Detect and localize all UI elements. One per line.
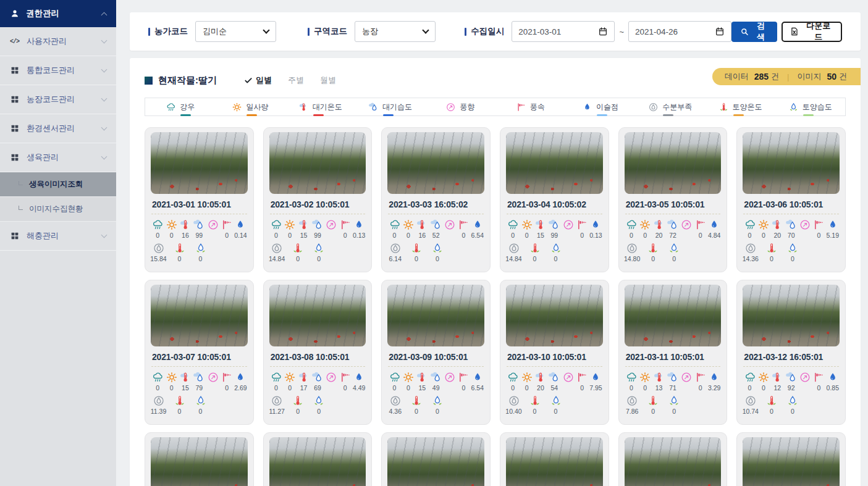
image-card[interactable]: 2021-03-11 10:05:0100137103.297.8600 [618,280,728,425]
metric-value: 0 [288,232,292,240]
metric-value: 0 [170,232,174,240]
date-to-input[interactable]: 2021-04-26 [628,21,731,42]
sidebar-item-growth-mgmt[interactable]: 생육관리 [0,143,116,172]
sun-icon [166,371,178,383]
calendar-icon[interactable] [598,27,608,36]
tab-daily[interactable]: 일별 [244,75,272,86]
sidebar-item-env-sensor-mgmt[interactable]: 환경센서관리 [0,114,116,143]
airhumid-icon [548,371,560,383]
image-card[interactable]: 2021-03-12 16:05:0100129200.8510.7400 [736,280,846,425]
date-from-value: 2021-03-01 [518,27,561,36]
greenhouse-photo[interactable] [387,285,484,346]
metric-dew: 2.69 [234,371,247,392]
sidebar-item-user-mgmt[interactable]: </> 사용자관리 [0,27,116,56]
metric-airtemp: 20 [534,371,547,392]
image-card[interactable]: 2021-03-06 10:05:0100207005.1914.3600 [736,127,846,272]
soilmoist-icon [788,102,799,112]
image-card[interactable]: 2021-03-14 10:05:01 [263,432,373,486]
sidebar-item-label: 환경센서관리 [27,123,75,134]
card-divider [270,366,366,367]
metric-value: 0 [770,255,773,263]
image-card[interactable]: 2021-03-04 10:05:0200159900.1314.8400 [500,127,609,272]
calendar-icon[interactable] [715,27,725,36]
date-from-input[interactable]: 2021-03-01 [512,21,615,42]
soilmoist-icon [668,395,680,407]
image-card[interactable]: 2021-03-09 10:05:0100154906.544.3600 [381,280,491,425]
metric-value: 5.19 [827,232,839,240]
metric-winddir [562,219,575,240]
search-button[interactable]: 검색 [731,22,777,42]
sidebar-item-farm-code-mgmt[interactable]: 농장코드관리 [0,85,116,114]
tab-monthly[interactable]: 월별 [320,75,336,86]
sidebar-item-permission-mgmt[interactable]: 권한관리 [0,0,116,27]
greenhouse-photo[interactable] [387,132,484,194]
metric-rain: 0 [151,371,164,392]
image-card[interactable]: 2021-03-13 10:05:01 [145,432,254,486]
greenhouse-photo[interactable] [506,285,603,346]
image-card[interactable]: 2021-03-02 10:05:0100159900.1314.8400 [263,127,373,272]
metric-windspd: 0 [812,371,825,392]
image-card[interactable]: 2021-03-10 10:05:0100205407.9510.4000 [500,280,609,425]
metric-airhumid: 79 [192,371,206,392]
metric-soiltemp: 0 [408,395,424,416]
legend-underline [733,114,744,116]
metric-value: 14.80 [624,255,640,263]
metric-value: 0 [630,232,633,240]
image-card[interactable]: 2021-03-07 10:05:0100157902.6911.3900 [145,280,254,425]
card-divider [507,366,602,367]
metric-value: 0 [630,384,633,392]
chevron-down-icon [101,67,107,73]
greenhouse-photo[interactable] [151,132,248,194]
metric-value: 0 [672,408,676,416]
greenhouse-photo[interactable] [506,437,603,486]
greenhouse-photo[interactable] [506,132,603,194]
metric-windspd: 0 [812,219,825,240]
metric-value: 0 [317,255,321,263]
metric-row: 11.3900 [151,395,248,416]
image-card[interactable]: 2021-03-01 10:05:0100169900.1415.8400 [145,127,254,272]
image-card[interactable]: 2021-03-08 10:05:0100176904.4911.2700 [263,280,373,425]
sidebar-item-unified-code-mgmt[interactable]: 통합코드관리 [0,56,116,85]
image-card[interactable]: 2021-03-16 10:05:02 [500,432,609,486]
metric-soilmoist: 0 [667,242,682,263]
zone-code-select[interactable]: 농장 [355,21,436,42]
greenhouse-photo[interactable] [625,437,722,486]
tab-weekly[interactable]: 주별 [288,75,304,86]
metric-airtemp: 16 [179,219,192,240]
sidebar-item-pest-mgmt[interactable]: 해충관리 [0,222,116,251]
greenhouse-photo[interactable] [151,437,248,486]
legend-label: 토양습도 [803,102,832,112]
metric-value: 15 [418,384,426,392]
greenhouse-photo[interactable] [269,285,366,346]
greenhouse-photo[interactable] [743,437,840,486]
rain-icon [270,371,282,383]
metric-sun: 0 [402,219,415,240]
soiltemp-icon [292,395,304,407]
soiltemp-icon [647,395,659,407]
download-button[interactable]: 다운로드 [782,22,842,42]
card-datetime: 2021-03-02 10:05:01 [271,199,365,209]
sidebar-item-label: 권한관리 [26,8,59,19]
card-divider [388,366,484,367]
image-card[interactable]: 2021-03-15 10:05:01 [381,432,491,486]
image-card[interactable]: 2021-03-17 17:35:01 [618,432,728,486]
metric-row: 00159900.13 [506,219,603,240]
greenhouse-photo[interactable] [743,285,840,346]
airtemp-icon [416,371,428,383]
greenhouse-photo[interactable] [269,437,366,486]
image-card[interactable]: 2021-03-03 16:05:0200165206.546.1400 [381,127,491,272]
greenhouse-photo[interactable] [625,285,722,346]
image-card[interactable]: 2021-03-05 10:05:0100207204.8414.8000 [618,127,728,272]
legend-underline [383,114,394,116]
zone-code-value: 농장 [362,26,378,37]
farm-code-select[interactable]: 김미순 [195,21,276,42]
metric-value: 15 [182,384,189,392]
greenhouse-photo[interactable] [743,132,840,194]
greenhouse-photo[interactable] [387,437,484,486]
image-card[interactable]: 2021-03-18 16:05:02 [736,432,846,486]
greenhouse-photo[interactable] [625,132,722,194]
sidebar-item-growth-image-view[interactable]: 생육이미지조회 [0,172,116,197]
greenhouse-photo[interactable] [269,132,366,194]
sidebar-item-image-collection-status[interactable]: 이미지수집현황 [0,197,116,222]
greenhouse-photo[interactable] [151,285,248,346]
